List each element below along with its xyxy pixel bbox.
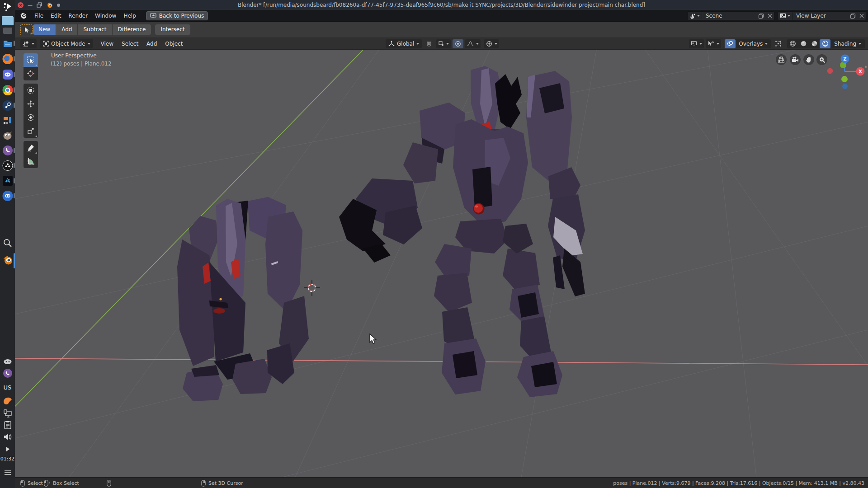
running-indicator	[14, 41, 15, 46]
mode-new-button[interactable]: New	[33, 24, 56, 35]
editor-type-selector[interactable]	[20, 39, 37, 48]
tool-select-box[interactable]	[24, 53, 38, 67]
scene-selector[interactable]: Scene	[687, 11, 774, 20]
scene-name[interactable]: Scene	[702, 13, 756, 19]
tool-move[interactable]	[24, 97, 38, 111]
axis-x-negative[interactable]	[827, 68, 833, 74]
mech-left[interactable]	[177, 197, 309, 401]
transform-orientation-selector[interactable]: Global	[386, 39, 422, 48]
running-indicator	[14, 87, 15, 93]
back-to-previous-button[interactable]: Back to Previous	[146, 11, 208, 20]
blender-icon[interactable]	[2, 254, 13, 267]
falloff-dropdown[interactable]	[465, 39, 481, 48]
clipboard-manager-icon[interactable]	[4, 421, 12, 432]
remove-view-layer-button[interactable]	[858, 14, 866, 18]
obs-studio-icon[interactable]	[2, 160, 13, 171]
tool-annotate[interactable]	[24, 141, 38, 155]
blender-menu-button[interactable]	[15, 12, 31, 19]
visibility-icon	[708, 41, 714, 47]
menu-select[interactable]: Select	[118, 41, 142, 47]
menu-add[interactable]: Add	[142, 41, 161, 47]
window-preview-active[interactable]	[2, 16, 14, 25]
viber-icon[interactable]	[3, 145, 13, 155]
neon-3d-app-icon[interactable]	[3, 176, 13, 186]
shading-wireframe-button[interactable]	[787, 39, 798, 48]
scene-browse[interactable]	[688, 12, 702, 20]
shading-solid-button[interactable]	[798, 39, 809, 48]
firefox-icon[interactable]	[2, 54, 13, 64]
view-layer-browse[interactable]	[778, 12, 793, 20]
new-view-layer-button[interactable]	[848, 13, 858, 19]
mode-difference-button[interactable]: Difference	[113, 24, 151, 35]
tool-scale[interactable]	[24, 124, 38, 138]
app-launcher-icon[interactable]	[2, 2, 13, 14]
menu-help[interactable]: Help	[120, 11, 139, 20]
mode-add-button[interactable]: Add	[56, 24, 77, 35]
gizmos-toggle[interactable]	[773, 39, 783, 48]
tool-measure[interactable]	[24, 155, 38, 168]
menu-file[interactable]: File	[31, 11, 47, 20]
shading-material-button[interactable]	[809, 39, 820, 48]
mode-intersect-button[interactable]: Intersect	[155, 24, 190, 35]
tool-transform[interactable]	[24, 84, 38, 97]
toggle-perspective-button[interactable]	[776, 54, 787, 65]
rendered-sphere-icon	[822, 40, 829, 47]
close-button[interactable]: ×	[18, 2, 24, 8]
shading-dropdown[interactable]: Shading	[830, 41, 865, 47]
media-deck-icon[interactable]	[3, 115, 13, 125]
view-object-types-dropdown[interactable]	[689, 39, 704, 48]
blue-circle-app-icon[interactable]	[2, 191, 13, 201]
unlink-scene-button[interactable]	[766, 14, 774, 18]
discord-tray-icon[interactable]	[3, 358, 12, 367]
axis-y-negative[interactable]	[841, 76, 848, 82]
menu-edit[interactable]: Edit	[47, 11, 65, 20]
viewport-scene[interactable]	[15, 50, 868, 477]
mode-selector[interactable]: Object Mode	[40, 39, 93, 48]
menu-object[interactable]: Object	[161, 41, 187, 47]
display-settings-icon[interactable]	[3, 409, 12, 420]
snap-settings-dropdown[interactable]	[436, 39, 451, 48]
menu-view[interactable]: View	[97, 41, 118, 47]
overlays-dropdown[interactable]: Overlays	[736, 41, 771, 47]
search-icon[interactable]	[3, 238, 13, 250]
volume-icon[interactable]	[3, 433, 12, 443]
3d-viewport[interactable]: User Perspective (12) poses | Plane.012	[15, 50, 868, 477]
shading-rendered-button[interactable]	[820, 39, 830, 48]
view-layer-selector[interactable]: View Layer	[778, 11, 866, 20]
show-hidden-icon[interactable]	[5, 446, 11, 454]
keyboard-layout[interactable]: US	[4, 384, 12, 391]
minimize-button[interactable]: —	[28, 2, 33, 8]
magnet-icon	[426, 41, 432, 47]
viber-tray-icon[interactable]	[3, 369, 12, 378]
scene-statistics: poses | Plane.012 | Verts:9,679 | Faces:…	[613, 478, 864, 488]
proportional-editing-toggle[interactable]	[453, 39, 463, 48]
dock-menu-icon[interactable]	[4, 469, 12, 478]
steam-icon[interactable]	[2, 100, 13, 111]
axis-z-negative[interactable]	[842, 84, 848, 89]
sidebar-collapse-arrow[interactable]: ‹	[865, 63, 867, 70]
mode-subtract-button[interactable]: Subtract	[78, 24, 112, 35]
menu-render[interactable]: Render	[65, 11, 91, 20]
pivot-point-dropdown[interactable]	[484, 39, 499, 48]
navigation-gizmo[interactable]: Z X	[811, 53, 868, 99]
new-scene-button[interactable]	[756, 13, 766, 19]
orange-utility-icon[interactable]	[3, 396, 13, 407]
window-preview[interactable]	[3, 28, 12, 34]
rotate-tool-icon	[27, 113, 35, 122]
active-tool-indicator[interactable]	[20, 24, 33, 35]
camera-view-button[interactable]	[790, 54, 801, 65]
tool-cursor[interactable]	[24, 67, 38, 80]
wireframe-sphere-icon	[789, 40, 796, 47]
chrome-icon[interactable]	[2, 85, 13, 95]
restore-button[interactable]	[37, 2, 42, 8]
file-manager-icon[interactable]	[3, 38, 13, 50]
menu-window[interactable]: Window	[91, 11, 120, 20]
discord-icon[interactable]	[3, 70, 13, 80]
gimp-icon[interactable]	[2, 131, 13, 143]
tool-rotate[interactable]	[24, 111, 38, 124]
overlays-toggle[interactable]	[725, 39, 736, 48]
snap-toggle[interactable]	[424, 39, 434, 48]
view-layer-name[interactable]: View Layer	[793, 13, 848, 19]
mech-right[interactable]	[339, 66, 585, 397]
visibility-dropdown[interactable]	[706, 39, 721, 48]
